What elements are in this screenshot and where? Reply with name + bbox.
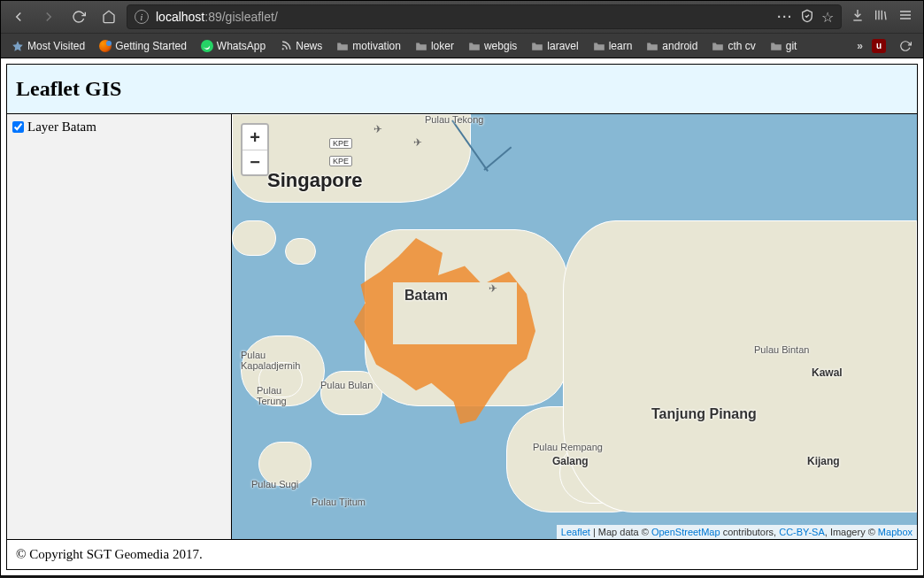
bookmark-android[interactable]: android [641,38,703,54]
label-pulau-kapaladjernih: Pulau Kapaladjernih [241,350,300,371]
hamburger-menu-icon[interactable] [897,8,914,26]
land-bintan [563,220,917,512]
url-bar[interactable]: i localhost:89/gisleaflet/ ··· ☆ [127,4,842,29]
library-icon[interactable] [874,8,888,26]
attribution-mapbox-link[interactable]: Mapbox [878,527,912,537]
folder-icon [646,40,658,52]
airport-icon: ✈ [413,136,422,149]
label-galang: Galang [552,455,589,467]
layer-batam-label: Layer Batam [27,119,96,135]
bookmark-motivation[interactable]: motivation [331,38,406,54]
attribution-text: , Imagery © [825,527,878,537]
whatsapp-icon [201,40,213,52]
bookmark-label: laravel [547,40,578,52]
nav-bar: i localhost:89/gisleaflet/ ··· ☆ [1,1,923,33]
forward-button[interactable] [36,4,61,29]
page-title: Leaflet GIS [16,77,908,101]
bookmark-label: webgis [484,40,517,52]
land-island [232,220,276,256]
rss-icon [280,40,292,52]
folder-icon [712,40,724,52]
bookmark-webgis[interactable]: webgis [463,38,522,54]
land-island [285,238,316,265]
folder-icon [468,40,481,52]
reload-button[interactable] [66,4,91,29]
bookmark-news[interactable]: News [274,38,327,54]
page-viewport: Leaflet GIS Layer Batam [0,58,924,576]
bookmark-label: cth cv [728,40,755,52]
airport-icon: ✈ [373,123,382,135]
url-path: /gisleaflet/ [222,10,278,24]
folder-icon [336,40,349,52]
bookmark-label: Getting Started [115,40,187,52]
page-frame: Leaflet GIS Layer Batam [6,64,918,570]
star-icon [12,40,24,52]
bookmark-label: android [662,40,697,52]
shield-icon[interactable] [800,9,814,26]
road-tag-kpe: KPE [329,138,352,149]
layer-batam-checkbox[interactable] [12,121,24,133]
bookmark-label: loker [431,40,454,52]
bookmark-label: git [786,40,797,52]
bookmark-laravel[interactable]: laravel [526,38,583,54]
folder-icon [770,40,782,52]
label-kijang: Kijang [807,455,840,467]
folder-icon [593,40,605,52]
bookmark-learn[interactable]: learn [588,38,638,54]
back-button[interactable] [6,4,31,29]
label-batam: Batam [404,288,448,304]
browser-chrome: i localhost:89/gisleaflet/ ··· ☆ M [0,0,924,58]
attribution-text: contributors, [720,527,780,537]
label-tanjung-pinang: Tanjung Pinang [651,406,757,422]
bookmark-git[interactable]: git [765,38,803,54]
attribution-osm-link[interactable]: OpenStreetMap [651,527,720,537]
home-button[interactable] [96,4,121,29]
firefox-icon [99,40,112,52]
ublock-icon[interactable]: u [872,39,886,53]
label-pulau-rempang: Pulau Rempang [533,442,603,452]
zoom-in-button[interactable]: + [243,125,267,150]
road-tag-kpe: KPE [329,156,352,166]
url-port: :89 [204,10,221,24]
bookmark-most-visited[interactable]: Most Visited [6,38,90,54]
bookmark-label: WhatsApp [217,40,266,52]
copyright-text: © Copyright SGT Geomedia 2017. [16,547,203,561]
site-info-icon[interactable]: i [135,10,149,24]
zoom-control: + − [241,123,269,176]
attribution-ccbysa-link[interactable]: CC-BY-SA [779,527,825,537]
bookmark-getting-started[interactable]: Getting Started [94,38,192,54]
sidebar: Layer Batam [7,114,232,539]
bookmark-loker[interactable]: loker [410,38,459,54]
attribution-text: | Map data © [590,527,651,537]
bookmarks-bar: Most Visited Getting Started WhatsApp Ne… [1,33,923,58]
svg-point-0 [281,48,283,50]
zoom-out-button[interactable]: − [243,150,267,174]
bookmark-cth-cv[interactable]: cth cv [706,38,760,54]
bookmark-label: News [296,40,322,52]
label-kawal: Kawal [812,366,843,379]
page-header: Leaflet GIS [7,65,917,114]
downloads-icon[interactable] [851,8,865,26]
label-pulau-tjitum: Pulau Tjitum [312,497,366,507]
bookmark-whatsapp[interactable]: WhatsApp [196,38,271,54]
page-body: Layer Batam [7,114,917,539]
bookmark-star-icon[interactable]: ☆ [821,9,834,26]
map[interactable]: KPE KPE ✈ ✈ ✈ Singapore Batam Tanjung Pi… [232,114,917,539]
folder-icon [415,40,427,52]
page-actions-icon[interactable]: ··· [777,10,793,24]
bookmarks-overflow-icon[interactable]: » [851,40,868,52]
url-host: localhost [156,10,204,24]
bookmark-label: Most Visited [27,40,85,52]
label-pulau-tekong: Pulau Tekong [425,114,483,125]
layer-toggle-row: Layer Batam [12,119,226,135]
map-attribution: Leaflet | Map data © OpenStreetMap contr… [557,525,917,539]
toolbar-right [847,8,918,26]
page-footer: © Copyright SGT Geomedia 2017. [7,539,917,569]
label-pulau-bintan: Pulau Bintan [754,344,809,355]
attribution-leaflet-link[interactable]: Leaflet [561,527,590,537]
label-pulau-terung: Pulau Terung [257,385,287,406]
bookmark-label: motivation [352,40,401,52]
folder-icon [531,40,543,52]
bookmark-label: learn [609,40,633,52]
extension-reload-icon[interactable] [893,34,918,58]
